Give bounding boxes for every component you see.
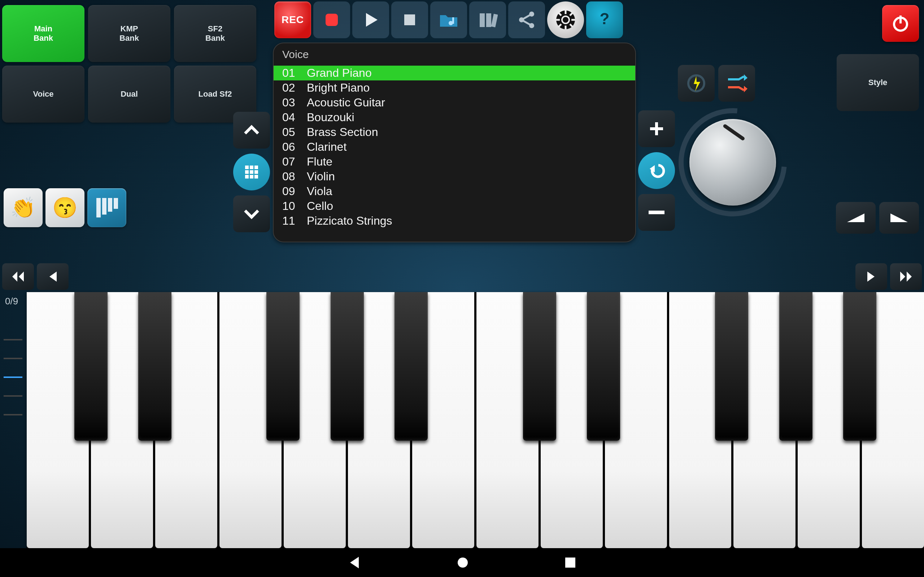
black-key[interactable] <box>267 292 300 441</box>
stop2-button[interactable] <box>391 2 428 38</box>
voice-item[interactable]: 06Clarinet <box>274 140 635 154</box>
svg-marker-44 <box>890 213 908 222</box>
voice-item[interactable]: 01Grand Piano <box>274 66 635 81</box>
svg-marker-36 <box>694 76 700 91</box>
svg-rect-4 <box>452 17 454 24</box>
svg-rect-40 <box>650 127 663 130</box>
octave-left-button[interactable] <box>37 263 69 290</box>
music-folder-button[interactable] <box>430 2 467 38</box>
voice-down-button[interactable] <box>233 195 270 232</box>
black-key[interactable] <box>74 292 108 441</box>
voice-item[interactable]: 10Cello <box>274 199 635 213</box>
left-slider[interactable] <box>1 314 25 416</box>
black-key[interactable] <box>715 292 748 441</box>
octave-right-button[interactable] <box>855 263 887 290</box>
svg-rect-25 <box>900 16 901 23</box>
voice-button[interactable]: Voice <box>2 66 84 122</box>
svg-rect-0 <box>326 14 338 26</box>
android-nav-bar <box>0 548 924 577</box>
sf2-bank-button[interactable]: SF2 Bank <box>174 5 256 62</box>
kmp-bank-button[interactable]: KMP Bank <box>88 5 170 62</box>
svg-rect-30 <box>250 170 254 174</box>
voice-item[interactable]: 07Flute <box>274 154 635 169</box>
svg-marker-51 <box>50 272 57 282</box>
svg-line-11 <box>522 14 531 20</box>
minus-button[interactable] <box>638 194 675 231</box>
svg-rect-47 <box>108 198 112 212</box>
black-key[interactable] <box>587 292 620 441</box>
svg-marker-144 <box>350 557 359 568</box>
power-button[interactable] <box>882 5 919 42</box>
voice-item[interactable]: 02Bright Piano <box>274 81 635 95</box>
black-key[interactable] <box>138 292 171 441</box>
voice-item[interactable]: 11Pizzicato Strings <box>274 213 635 228</box>
voice-item[interactable]: 03Acoustic Guitar <box>274 95 635 110</box>
share-button[interactable] <box>508 2 545 38</box>
play-button[interactable] <box>352 2 389 38</box>
black-key[interactable] <box>394 292 428 441</box>
svg-marker-43 <box>847 213 864 222</box>
svg-line-12 <box>522 20 531 26</box>
velocity-up-button[interactable] <box>836 202 876 234</box>
main-bank-button[interactable]: Main Bank <box>2 5 84 62</box>
bank-grid: Main Bank KMP Bank SF2 Bank Voice Dual L… <box>2 5 256 122</box>
black-key[interactable] <box>843 292 876 441</box>
shuffle-button[interactable] <box>718 65 755 102</box>
voice-item[interactable]: 09Viola <box>274 184 635 199</box>
voice-up-button[interactable] <box>233 112 270 148</box>
voice-list[interactable]: 01Grand Piano02Bright Piano03Acoustic Gu… <box>274 66 635 228</box>
voice-item[interactable]: 04Bouzouki <box>274 110 635 125</box>
whistle-effect-button[interactable]: 😙 <box>45 188 84 227</box>
voice-item[interactable]: 08Violin <box>274 169 635 184</box>
svg-rect-6 <box>486 13 491 27</box>
svg-marker-143 <box>907 272 912 282</box>
svg-rect-42 <box>649 211 664 214</box>
svg-rect-26 <box>245 166 249 169</box>
svg-marker-37 <box>744 74 748 81</box>
style-button[interactable]: Style <box>837 54 919 111</box>
quick-button[interactable] <box>678 65 715 102</box>
record-button[interactable]: REC <box>274 2 311 38</box>
svg-rect-32 <box>245 175 249 179</box>
android-recents-button[interactable] <box>564 556 577 569</box>
svg-marker-49 <box>12 272 17 282</box>
voice-item[interactable]: 05Brass Section <box>274 125 635 140</box>
svg-rect-34 <box>254 175 258 179</box>
octave-fast-right-button[interactable] <box>890 263 922 290</box>
svg-rect-33 <box>250 175 254 179</box>
black-key[interactable] <box>523 292 556 441</box>
svg-rect-2 <box>404 15 415 25</box>
stop-button[interactable] <box>313 2 350 38</box>
dual-button[interactable]: Dual <box>88 66 170 122</box>
svg-rect-5 <box>480 13 485 27</box>
help-button[interactable]: ? <box>586 2 623 38</box>
volume-knob[interactable] <box>678 108 787 216</box>
voice-grid-button[interactable] <box>233 154 270 190</box>
voice-panel-header: Voice <box>274 43 635 66</box>
android-home-button[interactable] <box>456 555 470 570</box>
svg-marker-141 <box>867 272 874 282</box>
undo-button[interactable] <box>638 152 675 189</box>
velocity-down-button[interactable] <box>879 202 919 234</box>
svg-marker-1 <box>366 13 378 27</box>
svg-rect-7 <box>491 14 498 27</box>
svg-rect-46 <box>102 198 107 214</box>
svg-marker-38 <box>744 86 748 92</box>
android-back-button[interactable] <box>347 555 362 570</box>
svg-rect-27 <box>250 166 254 169</box>
black-key[interactable] <box>331 292 364 441</box>
voice-panel: Voice 01Grand Piano02Bright Piano03Acous… <box>273 43 636 242</box>
svg-marker-142 <box>900 272 905 282</box>
octave-fast-left-button[interactable] <box>2 263 34 290</box>
settings-button[interactable] <box>547 2 584 38</box>
plus-button[interactable] <box>638 110 675 147</box>
position-indicator: 0/9 <box>5 296 18 307</box>
svg-rect-31 <box>254 170 258 174</box>
applause-effect-button[interactable]: 👏 <box>3 188 43 227</box>
music-library-button[interactable] <box>469 2 506 38</box>
piano-keyboard[interactable] <box>27 292 924 548</box>
chimes-effect-button[interactable] <box>87 188 126 227</box>
svg-rect-146 <box>565 558 575 567</box>
svg-rect-29 <box>245 170 249 174</box>
black-key[interactable] <box>779 292 813 441</box>
